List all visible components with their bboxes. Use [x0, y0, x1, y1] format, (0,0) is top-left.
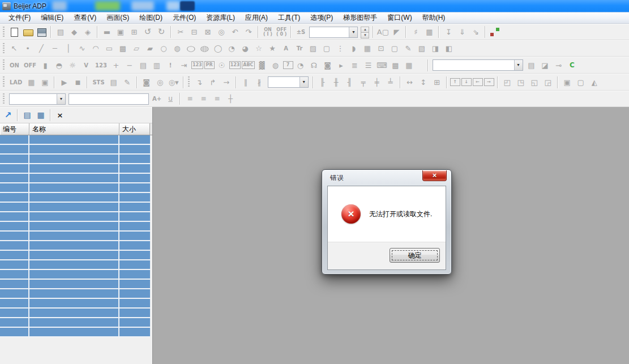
bring-forward-button[interactable]: ◱	[528, 76, 541, 88]
table-row[interactable]	[0, 289, 150, 299]
text-align-left-button[interactable]: ≡	[183, 93, 196, 105]
stamp-tool-button[interactable]: ◗	[348, 42, 360, 54]
text-align-center-button[interactable]: ≡	[197, 93, 209, 105]
text-tool-button[interactable]: A	[280, 42, 292, 54]
font-tool-button[interactable]: Tr	[293, 42, 306, 54]
alarm-bell-button[interactable]: ◈	[82, 26, 94, 38]
toolbar-grip[interactable]	[3, 76, 5, 88]
table-cell[interactable]	[119, 318, 150, 327]
pin-panel-button[interactable]: ↗	[2, 109, 14, 121]
import-button[interactable]: ⇓	[456, 26, 468, 38]
polyline-tool-button[interactable]: ∿	[76, 42, 88, 54]
full-screen-button[interactable]: ▬	[101, 26, 113, 38]
menu-item-7[interactable]: 应用(A)	[240, 12, 273, 24]
monitor-button[interactable]: ▦	[25, 76, 37, 88]
table-cell[interactable]	[0, 222, 29, 230]
alarm-element-button[interactable]: !	[164, 59, 177, 71]
rotate-flip-button[interactable]: ◭	[588, 76, 601, 88]
align-bottom-button[interactable]: ╧	[384, 76, 397, 88]
group-button[interactable]: ▣	[561, 76, 574, 88]
pointer-flag-button[interactable]: ◤	[390, 26, 403, 38]
table-row[interactable]	[0, 222, 150, 232]
copy-program-button[interactable]: ▣	[38, 76, 51, 88]
horizontal-line-button[interactable]: →	[220, 76, 233, 88]
pushbutton-element-button[interactable]: ▮	[39, 59, 52, 71]
pie-tool-button[interactable]: ◔	[225, 42, 238, 54]
table-row[interactable]	[0, 203, 150, 212]
table-cell[interactable]	[119, 174, 150, 182]
polygon-tool-button[interactable]: ☆	[253, 42, 265, 54]
save-bitmap-button[interactable]: ↧	[442, 26, 455, 38]
table-cell[interactable]	[29, 318, 119, 327]
align-middle-button[interactable]: ╪	[371, 76, 383, 88]
menu-item-6[interactable]: 资源库(L)	[201, 12, 240, 24]
round-button-element-button[interactable]: ◙	[322, 59, 334, 71]
table-cell[interactable]	[119, 232, 150, 240]
ascii-entry-element-button[interactable]: ABC	[242, 61, 254, 69]
table-cell[interactable]	[0, 203, 29, 211]
menu-item-12[interactable]: 帮助(H)	[417, 12, 451, 24]
table-cell[interactable]	[119, 251, 150, 259]
toggle-state-button[interactable]: ±S	[294, 26, 307, 38]
pen-frame-button[interactable]: ✎	[402, 42, 414, 54]
table-cell[interactable]	[29, 251, 119, 259]
graphic-pattern-element-button[interactable]: ▩	[390, 59, 402, 71]
stop-button[interactable]: ■	[71, 76, 84, 88]
nudge-up-button[interactable]: ↑	[450, 78, 460, 86]
region-select-button[interactable]: ◪	[539, 59, 551, 71]
table-row[interactable]	[0, 309, 150, 318]
table-cell[interactable]	[119, 212, 150, 221]
same-size-button[interactable]: ⊞	[431, 76, 443, 88]
table-cell[interactable]	[0, 328, 29, 336]
table-row[interactable]	[0, 164, 150, 174]
ladder-combobox[interactable]: ▼	[268, 76, 309, 88]
increment-element-button[interactable]: +	[110, 59, 122, 71]
table-cell[interactable]	[29, 164, 119, 173]
menu-item-4[interactable]: 绘图(D)	[134, 12, 168, 24]
prev-screen-button[interactable]: ↺	[142, 26, 154, 38]
table-cell[interactable]	[119, 289, 150, 298]
element-combobox[interactable]: ▼	[433, 59, 523, 71]
filled-rect-tool-button[interactable]: ▩	[117, 42, 129, 54]
find-button[interactable]: ◎	[215, 26, 228, 38]
table-row[interactable]	[0, 155, 150, 164]
nudge-down-button[interactable]: ↓	[461, 78, 472, 86]
undo-button[interactable]: ↶	[229, 26, 241, 38]
indicator-element-button[interactable]: ☼	[66, 59, 79, 71]
link-left-button[interactable]: ◨	[429, 42, 442, 54]
key-link-button[interactable]: ⊸	[553, 59, 565, 71]
error-dialog-titlebar[interactable]: 错误 ×	[322, 170, 451, 186]
screen-properties-button[interactable]: ▤	[54, 26, 67, 38]
vline-tool-button[interactable]: │	[62, 42, 75, 54]
report-element-button[interactable]: PR	[204, 61, 215, 69]
table-cell[interactable]	[119, 183, 150, 192]
rect-tool-button[interactable]: ▭	[103, 42, 115, 54]
chevron-down-icon[interactable]: ▼	[57, 94, 65, 104]
table-row[interactable]	[0, 183, 150, 193]
column-header-name[interactable]: 名称	[29, 123, 119, 135]
alarm-tag-button[interactable]: ◆	[68, 26, 80, 38]
nudge-left-button[interactable]: ←	[473, 78, 483, 86]
send-backward-button[interactable]: ◲	[542, 76, 554, 88]
bitmap-tool-button[interactable]: ▨	[307, 42, 319, 54]
arc-tool-button[interactable]: ◯	[212, 42, 224, 54]
table-row[interactable]	[0, 135, 150, 145]
dot-frame-button[interactable]: ⊡	[375, 42, 387, 54]
menu-item-5[interactable]: 元件(O)	[168, 12, 201, 24]
redo-button[interactable]: ↷	[242, 26, 255, 38]
table-cell[interactable]	[29, 328, 119, 336]
hline-tool-button[interactable]: ─	[49, 42, 61, 54]
filled-pie-tool-button[interactable]: ◕	[239, 42, 251, 54]
table-row[interactable]	[0, 260, 150, 270]
goto-screen-element-button[interactable]: ⇥	[178, 59, 190, 71]
table-row[interactable]	[0, 174, 150, 183]
table-cell[interactable]	[119, 164, 150, 173]
decoration-element-button[interactable]: ▦	[403, 59, 416, 71]
table-row[interactable]	[0, 241, 150, 251]
on-state-button[interactable]: ON ( I )	[262, 26, 274, 38]
copy-status-button[interactable]: ▤	[108, 76, 120, 88]
toolbar-grip[interactable]	[3, 43, 5, 54]
table-cell[interactable]	[0, 145, 29, 153]
project-tree-button[interactable]	[489, 26, 501, 38]
unlock-menu-button[interactable]: ◎▾	[168, 76, 180, 88]
